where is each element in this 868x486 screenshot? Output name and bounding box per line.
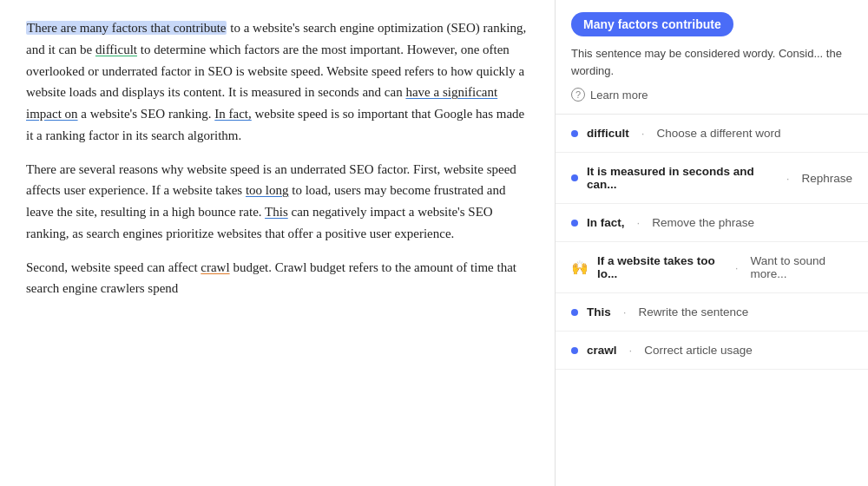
crawl-word: crawl bbox=[201, 260, 229, 274]
suggestion-word: This bbox=[587, 305, 611, 319]
dot-icon bbox=[571, 220, 578, 227]
suggestion-word: If a website takes too lo... bbox=[597, 254, 723, 280]
suggestion-badge: Many factors contribute bbox=[571, 12, 733, 36]
suggestion-header: Many factors contribute This sentence ma… bbox=[556, 0, 868, 115]
paragraph-1: There are many factors that contribute t… bbox=[26, 17, 529, 147]
suggestion-word: In fact, bbox=[587, 216, 625, 229]
suggestion-action: Remove the phrase bbox=[652, 216, 754, 229]
paragraph-2: There are several reasons why website sp… bbox=[26, 159, 529, 245]
suggestion-action: Correct article usage bbox=[644, 344, 753, 357]
in-fact-phrase: In fact, bbox=[214, 107, 251, 121]
emoji-icon: 🙌 bbox=[571, 259, 589, 276]
editor-panel: There are many factors that contribute t… bbox=[0, 0, 556, 486]
dot-icon bbox=[571, 130, 578, 137]
separator: · bbox=[623, 305, 627, 319]
suggestion-item-this[interactable]: This · Rewrite the sentence bbox=[556, 293, 868, 332]
suggestion-word: It is measured in seconds and can... bbox=[587, 165, 774, 191]
highlighted-phrase: There are many factors that contribute bbox=[26, 21, 227, 35]
dot-icon bbox=[571, 174, 578, 181]
para3-text-1: Second, website speed can affect bbox=[26, 260, 201, 274]
suggestion-item-crawl[interactable]: crawl · Correct article usage bbox=[556, 332, 868, 370]
separator: · bbox=[735, 261, 739, 274]
suggestions-panel: Many factors contribute This sentence ma… bbox=[556, 0, 868, 486]
suggestion-word: difficult bbox=[587, 127, 629, 140]
learn-more-link[interactable]: ? Learn more bbox=[571, 88, 852, 102]
difficult-word: difficult bbox=[95, 43, 137, 56]
suggestion-item-difficult[interactable]: difficult · Choose a different word bbox=[556, 115, 868, 153]
separator: · bbox=[629, 344, 633, 357]
suggestion-action: Rephrase bbox=[801, 172, 852, 185]
help-icon: ? bbox=[571, 88, 585, 102]
this-word: This bbox=[265, 205, 288, 219]
dot-icon bbox=[571, 309, 578, 316]
suggestion-description: This sentence may be considered wordy. C… bbox=[571, 45, 852, 79]
suggestion-action: Rewrite the sentence bbox=[639, 305, 749, 319]
separator: · bbox=[637, 216, 641, 229]
dot-icon bbox=[571, 347, 578, 354]
suggestion-item-infact[interactable]: In fact, · Remove the phrase bbox=[556, 204, 868, 242]
separator: · bbox=[641, 127, 645, 140]
too-long-phrase: too long bbox=[246, 183, 289, 197]
suggestion-list: difficult · Choose a different word It i… bbox=[556, 115, 868, 370]
suggestion-item-measured[interactable]: It is measured in seconds and can... · R… bbox=[556, 153, 868, 204]
separator: · bbox=[786, 172, 790, 185]
suggestion-item-toolong[interactable]: 🙌 If a website takes too lo... · Want to… bbox=[556, 242, 868, 293]
suggestion-action: Choose a different word bbox=[657, 127, 781, 140]
suggestion-word: crawl bbox=[587, 344, 617, 357]
paragraph-3: Second, website speed can affect crawl b… bbox=[26, 257, 529, 300]
para1-text-3: a website's SEO ranking. bbox=[81, 107, 214, 121]
learn-more-label: Learn more bbox=[590, 89, 648, 102]
suggestion-action: Want to sound more... bbox=[750, 254, 852, 280]
